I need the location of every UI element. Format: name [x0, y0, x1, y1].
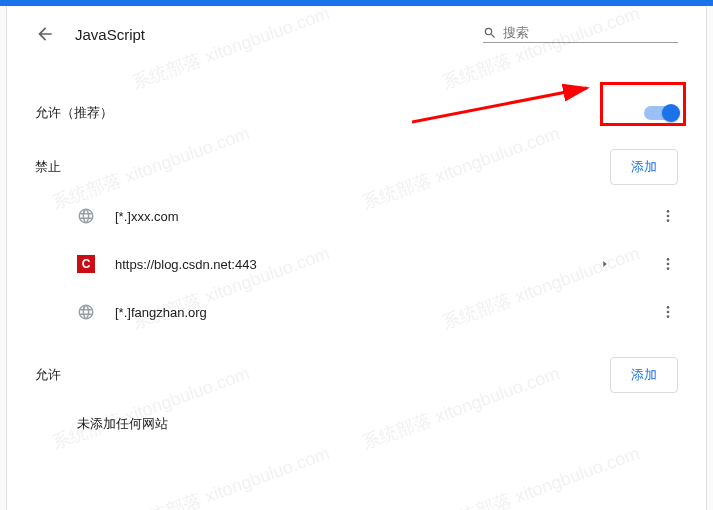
svg-point-3: [667, 219, 670, 222]
more-menu-icon[interactable]: [658, 208, 678, 224]
chevron-right-icon: [600, 259, 610, 269]
more-menu-icon[interactable]: [658, 256, 678, 272]
allow-empty-text: 未添加任何网站: [7, 400, 706, 448]
search-input[interactable]: [503, 25, 678, 40]
block-section-title: 禁止: [35, 158, 61, 176]
toggle-knob: [662, 104, 680, 122]
site-url: https://blog.csdn.net:443: [115, 257, 257, 272]
block-site-row[interactable]: [*.]fangzhan.org: [7, 288, 706, 336]
back-arrow-icon[interactable]: [35, 24, 55, 44]
svg-point-2: [667, 215, 670, 218]
search-icon: [483, 26, 497, 40]
settings-panel: 系统部落 xitongbuluo.com 系统部落 xitongbuluo.co…: [6, 6, 707, 510]
block-add-button[interactable]: 添加: [610, 149, 678, 185]
svg-point-4: [667, 258, 670, 261]
site-url: [*.]fangzhan.org: [115, 305, 207, 320]
search-field[interactable]: [483, 25, 678, 43]
svg-point-9: [667, 315, 670, 318]
csdn-icon: C: [77, 255, 95, 273]
page-title: JavaScript: [75, 26, 145, 43]
header: JavaScript: [7, 6, 706, 44]
block-site-row[interactable]: C https://blog.csdn.net:443: [7, 240, 706, 288]
allow-add-button[interactable]: 添加: [610, 357, 678, 393]
site-url: [*.]xxx.com: [115, 209, 179, 224]
svg-point-6: [667, 267, 670, 270]
more-menu-icon[interactable]: [658, 304, 678, 320]
globe-icon: [77, 303, 95, 321]
block-section-header: 禁止 添加: [7, 142, 706, 192]
allow-section-title: 允许: [35, 366, 61, 384]
allow-recommended-label: 允许（推荐）: [35, 104, 113, 122]
svg-point-1: [667, 210, 670, 213]
block-site-row[interactable]: [*.]xxx.com: [7, 192, 706, 240]
globe-icon: [77, 207, 95, 225]
allow-recommended-row: 允许（推荐）: [7, 84, 706, 142]
svg-point-7: [667, 306, 670, 309]
svg-point-5: [667, 263, 670, 266]
allow-section-header: 允许 添加: [7, 350, 706, 400]
allow-toggle[interactable]: [644, 106, 678, 120]
svg-point-8: [667, 311, 670, 314]
